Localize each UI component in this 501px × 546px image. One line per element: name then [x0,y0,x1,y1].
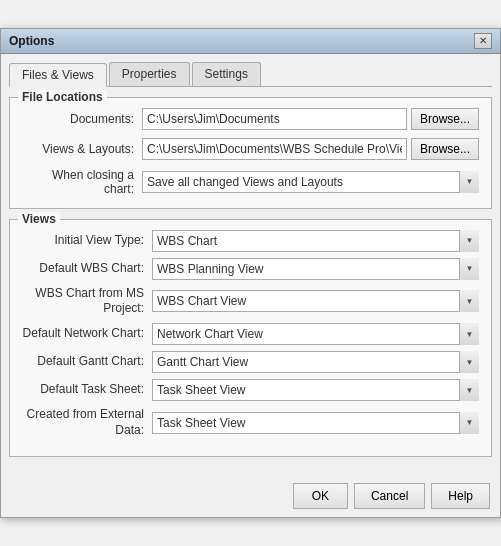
default-wbs-chart-select-wrapper: WBS Planning View ▼ [152,258,479,280]
title-bar-controls: ✕ [474,33,492,49]
default-network-label: Default Network Chart: [22,326,152,342]
bottom-bar: OK Cancel Help [1,475,500,517]
initial-view-type-row: Initial View Type: WBS Chart ▼ [22,230,479,252]
default-gantt-select-wrapper: Gantt Chart View ▼ [152,351,479,373]
views-section: Views Initial View Type: WBS Chart ▼ Def… [9,219,492,457]
views-layouts-input[interactable] [142,138,407,160]
documents-label: Documents: [22,112,142,126]
default-wbs-chart-label: Default WBS Chart: [22,261,152,277]
when-closing-select-wrapper: Save all changed Views and Layouts ▼ [142,171,479,193]
documents-browse-button[interactable]: Browse... [411,108,479,130]
default-gantt-row: Default Gantt Chart: Gantt Chart View ▼ [22,351,479,373]
tab-files-views[interactable]: Files & Views [9,63,107,87]
ok-button[interactable]: OK [293,483,348,509]
views-layouts-row: Views & Layouts: Browse... [22,138,479,160]
window-content: Files & Views Properties Settings File L… [1,54,500,475]
tab-bar: Files & Views Properties Settings [9,62,492,87]
file-locations-section: File Locations Documents: Browse... View… [9,97,492,209]
default-wbs-chart-select[interactable]: WBS Planning View [152,258,479,280]
default-wbs-chart-row: Default WBS Chart: WBS Planning View ▼ [22,258,479,280]
default-network-row: Default Network Chart: Network Chart Vie… [22,323,479,345]
created-external-select[interactable]: Task Sheet View [152,412,479,434]
views-layouts-browse-button[interactable]: Browse... [411,138,479,160]
created-external-label: Created from External Data: [22,407,152,438]
close-button[interactable]: ✕ [474,33,492,49]
wbs-from-ms-select[interactable]: WBS Chart View [152,290,479,312]
cancel-button[interactable]: Cancel [354,483,425,509]
when-closing-row: When closing a chart: Save all changed V… [22,168,479,196]
created-external-row: Created from External Data: Task Sheet V… [22,407,479,438]
tab-properties[interactable]: Properties [109,62,190,86]
initial-view-type-select[interactable]: WBS Chart [152,230,479,252]
window-title: Options [9,34,54,48]
options-window: Options ✕ Files & Views Properties Setti… [0,28,501,518]
views-title: Views [18,212,60,226]
default-task-label: Default Task Sheet: [22,382,152,398]
default-gantt-select[interactable]: Gantt Chart View [152,351,479,373]
created-external-select-wrapper: Task Sheet View ▼ [152,412,479,434]
default-network-select[interactable]: Network Chart View [152,323,479,345]
documents-row: Documents: Browse... [22,108,479,130]
file-locations-title: File Locations [18,90,107,104]
wbs-from-ms-select-wrapper: WBS Chart View ▼ [152,290,479,312]
default-task-select-wrapper: Task Sheet View ▼ [152,379,479,401]
initial-view-type-label: Initial View Type: [22,233,152,249]
initial-view-type-select-wrapper: WBS Chart ▼ [152,230,479,252]
default-task-select[interactable]: Task Sheet View [152,379,479,401]
views-layouts-label: Views & Layouts: [22,142,142,156]
wbs-from-ms-row: WBS Chart from MS Project: WBS Chart Vie… [22,286,479,317]
wbs-from-ms-label: WBS Chart from MS Project: [22,286,152,317]
default-network-select-wrapper: Network Chart View ▼ [152,323,479,345]
title-bar: Options ✕ [1,29,500,54]
default-task-row: Default Task Sheet: Task Sheet View ▼ [22,379,479,401]
tab-settings[interactable]: Settings [192,62,261,86]
when-closing-select[interactable]: Save all changed Views and Layouts [142,171,479,193]
when-closing-label: When closing a chart: [22,168,142,196]
help-button[interactable]: Help [431,483,490,509]
documents-input[interactable] [142,108,407,130]
default-gantt-label: Default Gantt Chart: [22,354,152,370]
